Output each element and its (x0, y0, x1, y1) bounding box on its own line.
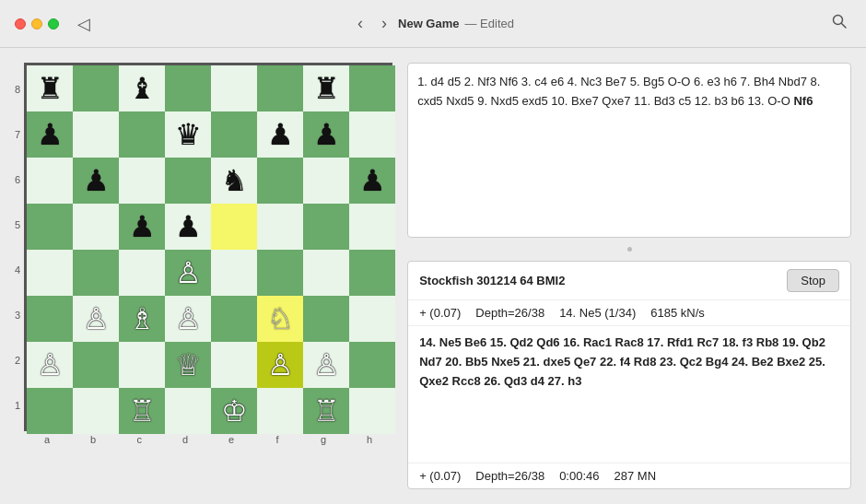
square[interactable] (211, 296, 257, 342)
square[interactable] (73, 388, 119, 434)
moves-panel[interactable]: 1. d4 d5 2. Nf3 Nf6 3. c4 e6 4. Nc3 Be7 … (407, 63, 851, 238)
chessboard[interactable]: ♜♝♜♟♛♟♟♟♞♟♟♟♙♙♗♙♘♙♕♙♙♖♔♖ (24, 63, 392, 431)
square[interactable] (73, 111, 119, 158)
square[interactable]: ♜ (303, 65, 349, 111)
square[interactable] (119, 250, 165, 296)
chess-piece: ♟ (83, 166, 110, 195)
square[interactable] (349, 342, 395, 388)
square[interactable]: ♜ (27, 65, 73, 111)
chess-piece: ♜ (37, 74, 64, 103)
square[interactable]: ♛ (165, 111, 211, 158)
square[interactable] (211, 342, 257, 388)
square[interactable] (119, 111, 165, 158)
square[interactable] (349, 65, 395, 111)
engine-name: Stockfish 301214 64 BMI2 (419, 274, 565, 287)
stop-button[interactable]: Stop (787, 269, 839, 292)
square[interactable]: ♟ (27, 111, 73, 158)
square[interactable] (257, 158, 303, 204)
square[interactable]: ♘ (257, 296, 303, 342)
square[interactable] (303, 296, 349, 342)
square[interactable]: ♟ (165, 204, 211, 250)
back-icon[interactable]: ◁ (74, 10, 94, 38)
square[interactable]: ♙ (303, 342, 349, 388)
square[interactable]: ♖ (303, 388, 349, 434)
square[interactable]: ♙ (257, 342, 303, 388)
square[interactable] (211, 204, 257, 250)
square[interactable]: ♙ (165, 250, 211, 296)
square[interactable] (303, 250, 349, 296)
square[interactable] (27, 250, 73, 296)
close-button[interactable] (15, 18, 26, 29)
square[interactable] (257, 65, 303, 111)
file-labels: a b c d e f g h (24, 434, 392, 445)
square[interactable] (27, 158, 73, 204)
rank-4: 4 (15, 247, 20, 292)
square[interactable]: ♟ (119, 204, 165, 250)
nav-forward-arrow[interactable]: › (376, 12, 392, 35)
square[interactable]: ♖ (119, 388, 165, 434)
square[interactable] (27, 296, 73, 342)
square[interactable] (349, 250, 395, 296)
square[interactable] (349, 296, 395, 342)
maximize-button[interactable] (48, 18, 59, 29)
square[interactable] (349, 111, 395, 158)
chess-piece: ♖ (313, 396, 340, 426)
scrollbar-indicator (407, 245, 851, 253)
square[interactable] (257, 204, 303, 250)
chess-piece: ♘ (267, 304, 294, 334)
square[interactable]: ♟ (349, 158, 395, 204)
edited-indicator: — Edited (464, 17, 514, 30)
engine-time: 0:00:46 (559, 469, 599, 483)
engine-header: Stockfish 301214 64 BMI2 Stop (408, 262, 850, 300)
minimize-button[interactable] (31, 18, 42, 29)
square[interactable] (165, 388, 211, 434)
search-icon[interactable] (827, 9, 851, 38)
square[interactable] (349, 204, 395, 250)
square[interactable] (119, 158, 165, 204)
current-move: Nf6 (793, 94, 813, 108)
square[interactable]: ♔ (211, 388, 257, 434)
square[interactable]: ♟ (257, 111, 303, 158)
traffic-lights (15, 18, 59, 29)
file-g: g (300, 434, 346, 445)
square[interactable] (303, 204, 349, 250)
square[interactable] (119, 342, 165, 388)
titlebar: ◁ ‹ › New Game — Edited (0, 0, 866, 48)
board-wrapper: 8 7 6 5 4 3 2 1 (15, 63, 392, 445)
window-title: New Game (398, 17, 459, 30)
engine-footer: + (0.07) Depth=26/38 0:00:46 287 MN (408, 463, 850, 488)
square[interactable] (257, 250, 303, 296)
square[interactable]: ♟ (303, 111, 349, 158)
engine-move: 14. Ne5 (1/34) (559, 306, 636, 320)
titlebar-right (827, 9, 851, 38)
square[interactable] (211, 111, 257, 158)
square[interactable] (73, 250, 119, 296)
square[interactable] (27, 388, 73, 434)
square[interactable]: ♗ (119, 296, 165, 342)
engine-depth2: Depth=26/38 (475, 469, 544, 483)
square[interactable]: ♟ (73, 158, 119, 204)
square[interactable]: ♕ (165, 342, 211, 388)
square[interactable]: ♙ (73, 296, 119, 342)
square[interactable]: ♝ (119, 65, 165, 111)
square[interactable]: ♙ (165, 296, 211, 342)
engine-eval2: + (0.07) (419, 469, 461, 483)
file-a: a (24, 434, 70, 445)
square[interactable]: ♙ (27, 342, 73, 388)
square[interactable] (73, 342, 119, 388)
square[interactable] (211, 65, 257, 111)
engine-speed: 6185 kN/s (650, 306, 705, 320)
square[interactable] (165, 158, 211, 204)
nav-back-arrow[interactable]: ‹ (352, 12, 369, 35)
square[interactable] (349, 388, 395, 434)
square[interactable] (303, 158, 349, 204)
square[interactable]: ♞ (211, 158, 257, 204)
square[interactable] (257, 388, 303, 434)
titlebar-center: ‹ › New Game — Edited (352, 12, 514, 35)
square[interactable] (27, 204, 73, 250)
square[interactable] (73, 204, 119, 250)
rank-3: 3 (15, 292, 20, 337)
square[interactable] (165, 65, 211, 111)
square[interactable] (73, 65, 119, 111)
square[interactable] (211, 250, 257, 296)
